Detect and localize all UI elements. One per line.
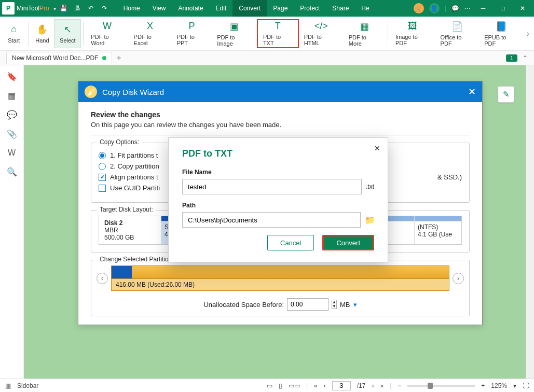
account-icon[interactable]: 👤 [429,3,440,13]
tool-start[interactable]: ⌂Start [2,19,26,48]
menu-home[interactable]: Home [117,0,146,17]
home-icon: ⌂ [7,24,21,35]
tool-image-to-pdf[interactable]: 🖼Image to PDF [390,19,435,48]
next-partition-button[interactable]: › [453,273,464,284]
html-icon: </> [314,21,328,32]
more-icon: ▦ [358,21,371,32]
spinner-icon[interactable]: ▲▼ [332,300,337,309]
menu-convert[interactable]: Convert [232,0,267,17]
unit-dropdown-icon[interactable]: ▾ [353,301,357,309]
filename-label: File Name [182,169,374,176]
feedback-icon[interactable]: 💬 [451,5,459,12]
app-name: MiniToolPro [17,5,49,12]
tool-epub-to-pdf[interactable]: 📘EPUB to PDF [479,19,524,48]
app-menu-dropdown[interactable]: ▾ [53,6,56,11]
path-label: Path [182,202,374,209]
maximize-button[interactable]: □ [496,5,510,12]
sidebar-label[interactable]: Sidebar [17,382,38,389]
menu-edit[interactable]: Edit [210,0,233,17]
next-page-button[interactable]: › [372,382,374,389]
menu-share[interactable]: Share [326,0,355,17]
dialog-title: PDF to TXT [182,148,374,159]
menu-annotate[interactable]: Annotate [172,0,210,17]
thumbnails-icon[interactable]: ▦ [8,91,16,101]
filename-input[interactable] [182,179,362,194]
word-icon: W [100,21,114,32]
redo-icon[interactable]: ↷ [100,5,109,12]
minimize-button[interactable]: ─ [476,5,490,12]
settings-icon[interactable]: ⋯ [464,5,471,12]
pdf-to-txt-dialog: ✕ PDF to TXT File Name .txt Path 📁 Cance… [168,137,388,262]
wizard-subheading: On this page you can review the changes … [91,121,470,129]
page-total: /17 [357,382,366,389]
print-icon[interactable]: 🖶 [73,5,82,12]
browse-folder-icon[interactable]: 📁 [365,215,374,225]
undo-icon[interactable]: ↶ [86,5,95,12]
menu-protect[interactable]: Protect [294,0,326,17]
menu-help[interactable]: He [355,0,375,17]
sidebar-toggle-icon[interactable]: ▥ [5,382,11,389]
tool-pdf-to-excel[interactable]: XPDF to Excel [129,19,172,48]
image-pdf-icon: 🖼 [406,21,419,32]
path-input[interactable] [182,212,361,228]
title-bar: P MiniToolPro ▾ 💾 🖶 ↶ ↷ Home View Annota… [0,0,534,17]
last-page-button[interactable]: » [380,382,384,389]
edit-page-button[interactable]: ✎ [498,86,514,103]
unallocated-before-input[interactable] [287,298,328,311]
cart-icon[interactable]: 🛒 [414,3,424,13]
epub-pdf-icon: 📘 [495,21,508,32]
partition-size-bar[interactable] [111,265,449,279]
zoom-dropdown-icon[interactable]: ▾ [513,382,516,389]
document-tab-title: New Microsoft Word Doc...PDF [12,54,98,62]
hand-icon: ✋ [35,24,49,35]
vertical-scrollbar[interactable] [526,65,534,379]
fullscreen-icon[interactable]: ⛶ [523,382,529,389]
view-facing-icon[interactable]: ▭▭ [289,382,300,389]
view-continuous-icon[interactable]: ▯ [279,382,282,389]
tool-hand[interactable]: ✋Hand [31,19,54,48]
collapse-ribbon-button[interactable]: ⌃ [523,54,528,62]
tool-pdf-to-html[interactable]: </>PDF to HTML [299,19,344,48]
document-tab[interactable]: New Microsoft Word Doc...PDF [6,52,112,64]
zoom-slider[interactable] [407,385,475,387]
tool-pdf-to-image[interactable]: ▣PDF to Image [212,19,257,48]
office-pdf-icon: 📄 [450,21,464,32]
prev-page-button[interactable]: ‹ [324,382,326,389]
cursor-icon: ↖ [61,24,74,35]
view-single-icon[interactable]: ▭ [267,382,272,389]
comments-icon[interactable]: 💬 [7,110,17,120]
tool-office-to-pdf[interactable]: 📄Office to PDF [435,19,480,48]
first-page-button[interactable]: « [314,382,318,389]
menu-view[interactable]: View [146,0,172,17]
search-icon[interactable]: 🔍 [7,167,17,177]
cancel-button[interactable]: Cancel [267,235,314,250]
partition-ntfs[interactable]: (NTFS) 4.1 GB (Use [415,216,461,244]
wizard-close-button[interactable]: ✕ [468,86,476,97]
prev-partition-button[interactable]: ‹ [97,273,108,284]
bookmark-icon[interactable]: 🔖 [7,72,17,81]
change-legend: Change Selected Partition: [97,256,177,263]
checkbox-icon: ✔ [99,174,106,181]
tool-pdf-to-txt[interactable]: TPDF to TXT [257,19,299,48]
tool-pdf-to-word[interactable]: WPDF to Word [86,19,128,48]
menu-page[interactable]: Page [267,0,294,17]
attachment-icon[interactable]: 📎 [7,129,17,139]
word-panel-icon[interactable]: W [8,148,16,158]
document-tabstrip: New Microsoft Word Doc...PDF + 1 ⌃ [0,51,534,65]
left-sidebar: 🔖 ▦ 💬 📎 W 🔍 [0,65,24,379]
zoom-out-button[interactable]: − [398,382,401,389]
save-icon[interactable]: 💾 [59,5,69,12]
close-window-button[interactable]: ✕ [515,5,530,12]
tool-select[interactable]: ↖Select [54,19,81,48]
ribbon-toolbar: ⌂Start ✋Hand ↖Select WPDF to Word XPDF t… [0,17,534,51]
add-tab-button[interactable]: + [116,53,121,63]
tool-pdf-to-more[interactable]: ▦PDF to More [344,19,386,48]
zoom-in-button[interactable]: + [481,382,485,389]
tool-pdf-to-ppt[interactable]: PPDF to PPT [172,19,212,48]
convert-button[interactable]: Convert [322,235,374,250]
wizard-title: Copy Disk Wizard [102,88,164,96]
quick-access-toolbar: 💾 🖶 ↶ ↷ [59,5,109,12]
page-number-input[interactable] [332,381,351,390]
ribbon-overflow[interactable]: › [524,29,532,38]
dialog-close-button[interactable]: ✕ [374,144,380,152]
